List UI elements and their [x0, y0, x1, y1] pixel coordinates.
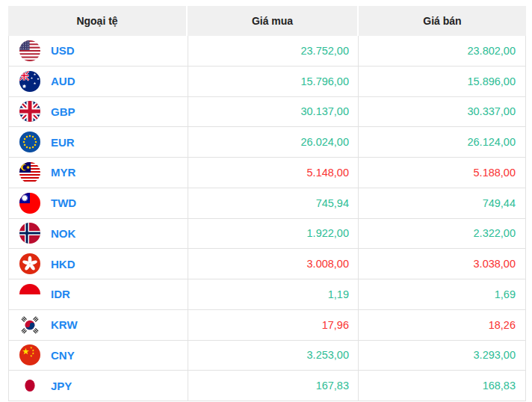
buy-price-value: 15.796,00: [188, 67, 358, 96]
buy-price-value: 167,83: [188, 371, 358, 401]
buy-price-value: 30.137,00: [188, 97, 358, 127]
table-row: TWD 745,94 749,44: [9, 188, 525, 219]
sell-price-value: 3.293,00: [358, 341, 525, 371]
currency-code-link[interactable]: GBP: [51, 105, 75, 118]
header-buy-price: Giá mua: [188, 6, 357, 36]
currency-code-link[interactable]: EUR: [51, 136, 75, 149]
table-row: JPY 167,83 168,83: [9, 371, 525, 401]
tw-flag-icon: [19, 193, 40, 214]
buy-price-value: 26.024,00: [188, 127, 358, 157]
currency-cell: AUD: [9, 67, 188, 96]
buy-price-value: 3.008,00: [188, 249, 358, 279]
cn-flag-icon: [19, 344, 40, 365]
table-row: KRW 17,96 18,26: [9, 310, 525, 341]
jp-flag-icon: [19, 375, 40, 396]
sell-price-value: 15.896,00: [358, 67, 525, 96]
currency-cell: IDR: [9, 279, 188, 309]
table-row: CNY 3.253,00 3.293,00: [9, 341, 525, 371]
currency-cell: JPY: [9, 371, 188, 401]
au-flag-icon: [19, 71, 40, 92]
hk-flag-icon: [19, 253, 40, 274]
buy-price-value: 5.148,00: [188, 158, 358, 188]
gb-flag-icon: [19, 101, 40, 122]
currency-code-link[interactable]: IDR: [51, 288, 70, 300]
currency-code-link[interactable]: MYR: [51, 166, 75, 179]
currency-cell: CNY: [9, 341, 188, 371]
buy-price-value: 23.752,00: [188, 36, 358, 66]
table-row: NOK 1.922,00 2.322,00: [9, 219, 525, 250]
currency-code-link[interactable]: TWD: [51, 197, 76, 209]
currency-cell: EUR: [9, 127, 188, 157]
sell-price-value: 26.124,00: [358, 127, 525, 157]
buy-price-value: 1.922,00: [188, 219, 358, 249]
buy-price-value: 1,19: [188, 279, 358, 309]
currency-code-link[interactable]: KRW: [51, 318, 78, 331]
table-row: EUR 26.024,00 26.124,00: [9, 127, 525, 158]
currency-cell: USD: [9, 36, 188, 66]
us-flag-icon: [19, 40, 40, 61]
header-sell-price: Giá bán: [359, 6, 526, 36]
currency-code-link[interactable]: USD: [51, 44, 75, 57]
buy-price-value: 17,96: [188, 310, 358, 340]
kr-flag-icon: [19, 315, 40, 335]
sell-price-value: 1,69: [358, 279, 525, 309]
currency-cell: NOK: [9, 219, 188, 249]
currency-code-link[interactable]: CNY: [51, 349, 75, 362]
no-flag-icon: [19, 223, 40, 244]
sell-price-value: 2.322,00: [358, 219, 525, 249]
table-row: USD 23.752,00 23.802,00: [9, 36, 525, 67]
buy-price-value: 745,94: [188, 188, 358, 218]
table-row: HKD 3.008,00 3.038,00: [9, 249, 525, 279]
currency-cell: TWD: [9, 188, 188, 218]
sell-price-value: 23.802,00: [358, 36, 525, 66]
currency-cell: GBP: [9, 97, 188, 127]
sell-price-value: 3.038,00: [358, 249, 525, 279]
table-row: MYR 5.148,00 5.188,00: [9, 158, 525, 188]
my-flag-icon: [19, 162, 40, 183]
eu-flag-icon: [19, 132, 40, 152]
currency-code-link[interactable]: NOK: [51, 227, 75, 240]
currency-code-link[interactable]: AUD: [51, 75, 75, 87]
currency-code-link[interactable]: HKD: [51, 258, 75, 270]
currency-cell: MYR: [9, 158, 188, 188]
sell-price-value: 5.188,00: [358, 158, 525, 188]
table-body: USD 23.752,00 23.802,00 AUD 15.796,00 15…: [8, 36, 526, 401]
table-row: IDR 1,19 1,69: [9, 279, 525, 310]
currency-cell: HKD: [9, 249, 188, 279]
sell-price-value: 749,44: [358, 188, 525, 218]
id-flag-icon: [19, 284, 40, 305]
currency-cell: KRW: [9, 310, 188, 340]
buy-price-value: 3.253,00: [188, 341, 358, 371]
table-header: Ngoại tệ Giá mua Giá bán: [8, 6, 526, 36]
currency-code-link[interactable]: JPY: [51, 380, 72, 392]
table-row: GBP 30.137,00 30.337,00: [9, 97, 525, 128]
sell-price-value: 168,83: [358, 371, 525, 401]
header-currency: Ngoại tệ: [8, 6, 186, 36]
exchange-rates-table: Ngoại tệ Giá mua Giá bán USD 23.752,00 2…: [8, 6, 526, 401]
table-row: AUD 15.796,00 15.896,00: [9, 67, 525, 97]
sell-price-value: 18,26: [358, 310, 525, 340]
sell-price-value: 30.337,00: [358, 97, 525, 127]
